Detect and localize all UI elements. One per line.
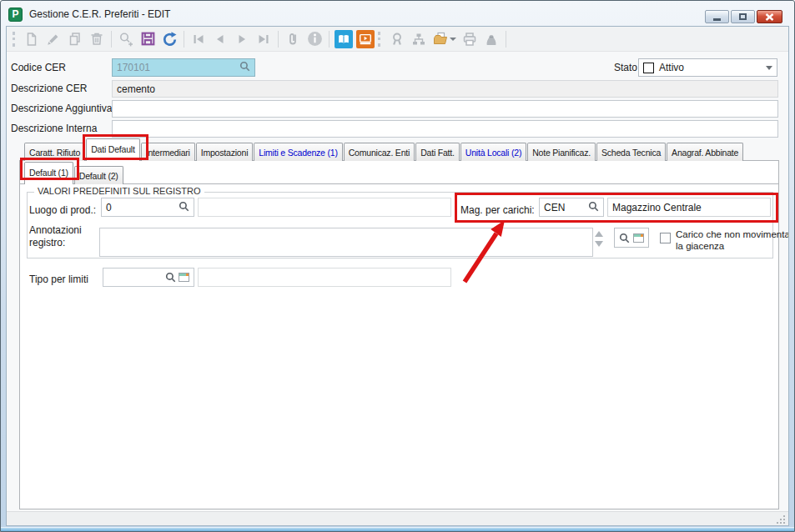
search-add-icon [118,31,134,48]
descrizione-cer-value: cemento [117,83,155,95]
undo-refresh-icon [161,30,179,48]
tab-note-pianificaz[interactable]: Note Pianificaz. [527,143,596,161]
annotazioni-label: Annotazioni registro: [29,224,92,249]
luogo-prod-description-field [198,198,451,217]
mag-carichi-description-field[interactable]: Magazzino Centrale [607,198,771,217]
minimize-button[interactable] [705,10,729,23]
delete-button[interactable] [86,28,108,50]
app-logo-icon: P [8,8,23,22]
tab-comunicaz-enti[interactable]: Comunicaz. Enti [344,143,415,161]
tab-dati-default[interactable]: Dati Default [86,138,139,161]
inner-panel-border [20,183,778,184]
toolbar [7,27,788,52]
stato-label: Stato [614,62,637,73]
tab-content-panel: Default (1) Default (2) VALORI PREDEFINI… [19,160,779,509]
print-icon [461,31,478,48]
descrizione-interna-label: Descrizione Interna [11,123,97,134]
toolbar-separator [278,31,279,48]
maximize-icon [739,13,747,20]
export-data-button[interactable] [481,28,502,50]
tipo-limiti-field[interactable] [103,268,194,287]
lookup-controls[interactable] [165,272,189,283]
undo-button[interactable] [158,28,180,50]
tab-default-1[interactable]: Default (1) [24,162,73,184]
annotazioni-lookup-button[interactable] [614,228,649,248]
lookup-magnifier-icon[interactable] [179,201,189,214]
mag-carichi-code-field[interactable]: CEN [539,198,604,217]
descrizione-aggiuntiva-label: Descrizione Aggiuntiva [11,103,112,114]
minimize-icon [713,18,721,21]
open-window-icon[interactable] [179,273,189,282]
lookup-magnifier-icon [619,233,630,243]
luogo-prod-label: Luogo di prod.: [29,204,96,216]
toolbar-separator [506,31,506,48]
mag-carichi-description-value: Magazzino Centrale [612,202,702,213]
tab-default-2[interactable]: Default (2) [74,166,123,184]
descrizione-aggiuntiva-field[interactable] [112,100,778,118]
folder-dropdown-caret-icon[interactable] [450,38,456,41]
toolbar-separator [329,31,330,48]
spinner-down-icon[interactable] [595,241,603,247]
status-bar [7,511,788,526]
delete-trash-icon [88,31,105,48]
nav-last-button[interactable] [253,28,274,50]
tab-unita-locali[interactable]: Unità Locali (2) [460,143,526,161]
nav-next-icon [234,31,250,48]
toolbar-separator [111,31,112,48]
print-button[interactable] [459,28,481,50]
copy-button[interactable] [64,28,86,50]
luogo-prod-value: 0 [106,202,112,213]
title-bar[interactable]: P Gestione C.E.R. Preferiti - EDIT [8,5,670,23]
search-button[interactable] [115,28,137,50]
descrizione-cer-field[interactable]: cemento [112,80,778,98]
stato-dropdown[interactable]: Attivo [638,58,777,77]
nav-next-button[interactable] [231,28,253,50]
mag-carichi-code-value: CEN [544,202,565,213]
maximize-button[interactable] [731,10,755,23]
tab-caratt-rifiuto[interactable]: Caratt. Rifiuto [24,143,85,161]
open-folder-button[interactable] [430,28,451,50]
mag-carichi-label: Mag. per carichi: [460,204,535,216]
tab-anagraf-abbinate[interactable]: Anagraf. Abbinate [667,143,743,161]
new-document-button[interactable] [21,28,43,50]
save-button[interactable] [137,28,158,50]
tab-limiti-scadenze[interactable]: Limiti e Scadenze (1) [254,143,342,161]
carico-checkbox[interactable] [660,233,671,243]
descrizione-interna-field[interactable] [112,120,778,138]
lookup-magnifier-icon[interactable] [588,201,599,214]
close-button[interactable] [757,10,782,23]
annotazioni-spinner[interactable] [595,231,603,247]
toolbar-grip[interactable] [13,32,15,47]
status-color-box-icon [643,63,654,73]
tab-scheda-tecnica[interactable]: Scheda Tecnica [596,143,666,161]
descrizione-cer-label: Descrizione CER [11,83,87,94]
annotazioni-textarea[interactable] [99,228,593,257]
manual-book-icon [335,30,353,48]
spinner-up-icon[interactable] [595,231,603,237]
info-button[interactable] [304,28,325,50]
tab-dati-fatt[interactable]: Dati Fatt. [415,143,460,161]
nav-first-button[interactable] [188,28,209,50]
manual-button[interactable] [333,28,355,50]
lookup-magnifier-icon[interactable] [239,61,250,74]
org-chart-button[interactable] [408,28,430,50]
lookup-magnifier-icon[interactable] [165,272,176,283]
luogo-prod-field[interactable]: 0 [101,198,194,217]
resize-grip[interactable] [777,515,785,524]
attachment-button[interactable] [282,28,304,50]
window-title: Gestione C.E.R. Preferiti - EDIT [29,8,170,20]
tab-intermediari[interactable]: Intermediari [141,143,195,161]
toolbar-grip[interactable] [378,32,380,47]
org-chart-icon [410,31,427,48]
nav-previous-button[interactable] [209,28,231,50]
tab-impostazioni[interactable]: Impostazioni [196,143,254,161]
export-bag-icon [483,31,500,48]
certificate-button[interactable] [386,28,408,50]
edit-button[interactable] [43,28,64,50]
save-floppy-icon [139,30,157,48]
video-tutorial-button[interactable] [355,28,376,50]
open-window-icon [633,233,644,243]
groupbox-title: VALORI PREDEFINITI SUL REGISTRO [34,186,204,196]
codice-cer-field[interactable]: 170101 [112,58,255,77]
certificate-medal-icon [389,31,405,48]
